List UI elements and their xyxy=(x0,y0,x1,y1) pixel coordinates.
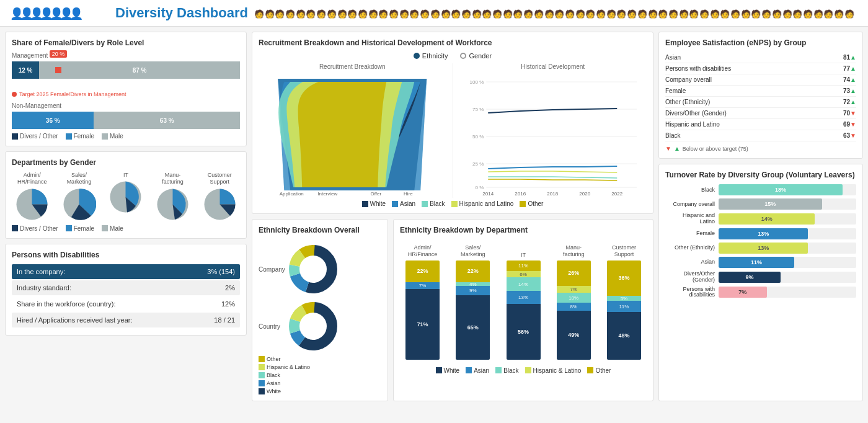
turnover-row-divers: Divers/Other(Gender) 9% xyxy=(665,271,856,283)
svg-text:2022: 2022 xyxy=(611,191,622,197)
svg-text:🧑: 🧑 xyxy=(482,9,492,19)
target-text: Target 2025 Female/Divers in Management xyxy=(19,91,126,97)
dept-col-label-cs2: CustomerSupport xyxy=(612,244,636,258)
dept-bar-cs2: 48% 11% 5% 36% xyxy=(607,260,641,360)
turnover-bar-other-eth: 13% xyxy=(719,243,808,254)
non-mgmt-female-bar: 36 % xyxy=(12,112,94,129)
enps-trend-divers: ▼ xyxy=(850,110,856,117)
mfg-other: 26% xyxy=(557,260,591,287)
svg-text:🧑: 🧑 xyxy=(637,9,648,19)
header-icons-left: 👤 👤 👤 👤 👤 👤 👤 xyxy=(10,5,109,21)
svg-text:🧑: 🧑 xyxy=(616,9,627,19)
svg-text:🧑: 🧑 xyxy=(399,9,410,19)
turnover-bar-bg-hispanic: 14% xyxy=(719,213,856,225)
radio-gender[interactable]: Gender xyxy=(460,52,492,60)
legend-asian-box xyxy=(392,201,398,207)
eth-legend-hispanic-box xyxy=(259,364,265,370)
target-badge: 20 % xyxy=(50,50,68,58)
dept-name-it: IT xyxy=(123,172,128,178)
turnover-row-black: Black 18% xyxy=(665,184,856,195)
turnover-bar-hispanic: 14% xyxy=(719,213,815,225)
svg-text:🧑: 🧑 xyxy=(751,9,761,19)
middle-column: Recruitment Breakdown and Historical Dev… xyxy=(252,32,653,401)
dept-col-admin: Admin/HR/Finance 71% 7% 22% xyxy=(400,244,445,360)
turnover-bar-bg-company: 15% xyxy=(719,198,856,210)
svg-text:🧑: 🧑 xyxy=(492,9,503,19)
svg-text:🧑: 🧑 xyxy=(544,9,555,19)
disabilities-title: Persons with Disabilities xyxy=(12,251,240,259)
eth-legend-other-box xyxy=(259,356,265,362)
it-white: 56% xyxy=(507,304,541,360)
svg-text:75 %: 75 % xyxy=(472,107,484,112)
radio-gender-circle xyxy=(460,53,466,59)
main-grid: Share of Female/Divers by Role Level Man… xyxy=(0,27,868,406)
admin-white: 71% xyxy=(405,289,440,360)
turnover-bar-divers: 9% xyxy=(719,272,781,283)
recruitment-title: Recruitment Breakdown and Historical Dev… xyxy=(259,38,647,47)
funnel-section: Recruitment Breakdown xyxy=(259,63,453,198)
disability-value-3: 18 / 21 xyxy=(214,316,235,324)
svg-text:🧑: 🧑 xyxy=(296,9,306,19)
legend-white: White xyxy=(362,200,386,207)
svg-text:🧑: 🧑 xyxy=(285,9,296,19)
radio-ethnicity-circle xyxy=(414,53,420,59)
company-label: Company xyxy=(259,266,283,273)
svg-text:🧑: 🧑 xyxy=(327,9,337,19)
svg-text:🧑: 🧑 xyxy=(554,9,565,19)
turnover-label-hispanic: Hispanic andLatino xyxy=(665,213,715,225)
dept-item-it: IT xyxy=(108,172,143,221)
svg-text:🧑: 🧑 xyxy=(792,9,803,19)
svg-text:🧑: 🧑 xyxy=(823,9,834,19)
non-mgmt-male-bar: 63 % xyxy=(94,112,240,129)
eth-legend-hispanic: Hispanic & Latino xyxy=(259,364,381,370)
svg-text:🧑: 🧑 xyxy=(627,9,637,19)
below-target-icon: ▼ xyxy=(665,145,671,152)
turnover-bar-company: 15% xyxy=(719,198,822,210)
svg-text:🧑: 🧑 xyxy=(472,9,482,19)
ed-legend-asian: Asian xyxy=(466,367,489,374)
dept-bar-sales: 65% 9% 4% 22% xyxy=(456,260,490,360)
enps-row-female: Female 73 ▲ xyxy=(665,86,856,97)
legend-black-box xyxy=(422,201,428,207)
dept-col-label-it: IT xyxy=(521,252,526,258)
dept-pie-mfg xyxy=(156,187,190,221)
turnover-bar-black: 18% xyxy=(719,184,843,195)
enps-trend-black: ▼ xyxy=(850,132,856,139)
legend-divers: Divers / Other xyxy=(12,133,58,140)
enps-row-black: Black 63 ▼ xyxy=(665,130,856,141)
recruitment-legend: White Asian Black Hispanic and Latino Ot… xyxy=(259,200,647,207)
dept-name-admin: Admin/HR/Finance xyxy=(17,172,47,185)
enps-trend-pwd: ▲ xyxy=(850,65,856,72)
turnover-label-female: Female xyxy=(665,230,715,237)
turnover-bar-bg-divers: 9% xyxy=(719,272,856,283)
svg-text:2018: 2018 xyxy=(547,191,558,197)
mgmt-divers-bar: 12 % xyxy=(12,61,39,79)
enps-row-pwd: Persons with disabilities 77 ▲ xyxy=(665,63,856,74)
svg-text:🧑: 🧑 xyxy=(730,9,741,19)
turnover-bar-female: 13% xyxy=(719,228,808,239)
eth-legend-asian-box xyxy=(259,380,265,386)
turnover-label-company: Company overall xyxy=(665,201,715,208)
radio-ethnicity[interactable]: Ethnicity xyxy=(414,52,448,60)
ethnicity-dept-card: Ethnicity Breakdown by Department Admin/… xyxy=(393,219,653,401)
ethnicity-legend: Other Hispanic & Latino Black Asian xyxy=(259,356,381,394)
it-other: 11% xyxy=(507,260,541,272)
disability-row-2: Share in the workforce (country): 12% xyxy=(12,296,240,311)
dept-item-cs: CustomerSupport xyxy=(203,172,237,221)
svg-text:🧑: 🧑 xyxy=(347,9,358,19)
admin-other: 22% xyxy=(405,260,440,282)
svg-text:🧑: 🧑 xyxy=(844,9,855,19)
svg-text:2014: 2014 xyxy=(482,191,494,197)
funnel-sublabel: Recruitment Breakdown xyxy=(259,63,446,70)
right-column: Employee Satisfaction (eNPS) by Group As… xyxy=(658,32,863,401)
ethnicity-dept-bars: Admin/HR/Finance 71% 7% 22% Sales/Market… xyxy=(400,239,647,365)
enps-rows: Asian 81 ▲ Persons with disabilities 77 … xyxy=(665,52,856,141)
dept-legend-divers-box xyxy=(12,225,18,231)
svg-text:🧑: 🧑 xyxy=(679,9,689,19)
target-marker xyxy=(55,67,61,73)
country-label: Country xyxy=(259,323,283,330)
dept-legend-male: Male xyxy=(102,225,123,232)
enps-trend-hispanic: ▼ xyxy=(850,121,856,128)
turnover-row-pwd: Persons withdisabilities 7% xyxy=(665,287,856,299)
person-icons-right: 🧑🧑 🧑🧑 🧑🧑 🧑🧑 🧑🧑 🧑🧑 🧑🧑 🧑🧑 🧑🧑 🧑🧑 🧑🧑 🧑🧑 🧑🧑 🧑… xyxy=(254,5,858,21)
